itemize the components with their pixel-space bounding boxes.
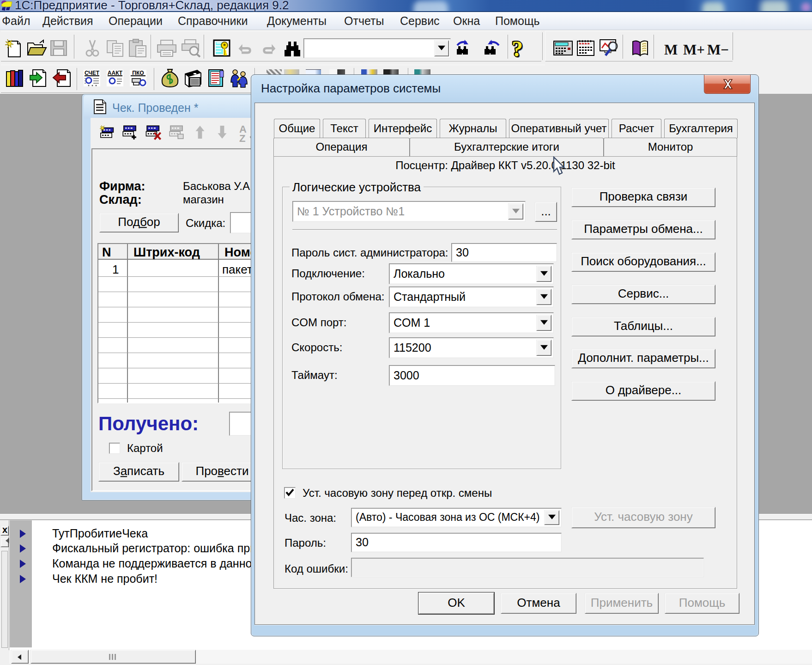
- svg-text:СЧЕТ: СЧЕТ: [85, 70, 100, 76]
- svg-text:ПКО: ПКО: [132, 70, 144, 76]
- svg-text:ААКТ: ААКТ: [108, 70, 123, 76]
